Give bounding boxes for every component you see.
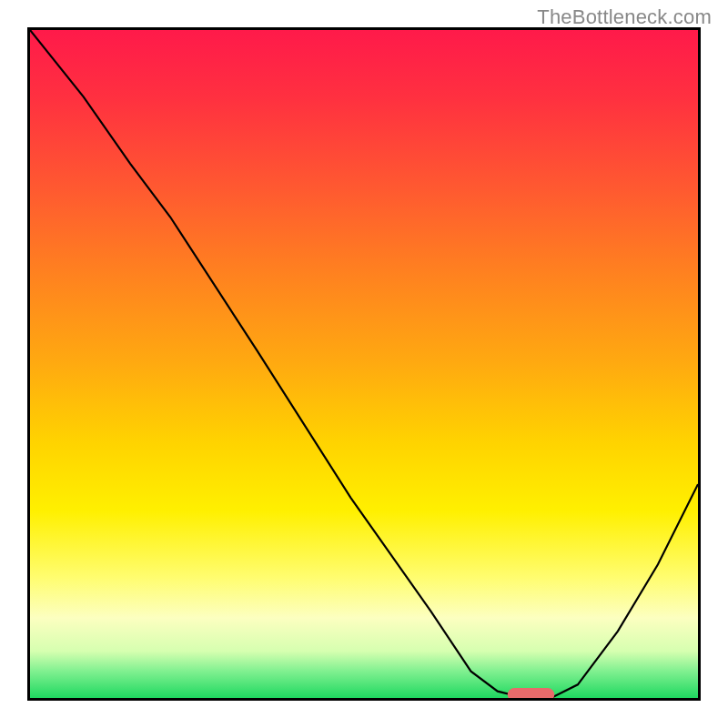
watermark-text: TheBottleneck.com: [537, 5, 712, 29]
chart-svg: [30, 30, 698, 698]
optimal-marker: [508, 688, 554, 698]
plot-area: [27, 27, 701, 701]
chart-container: TheBottleneck.com: [0, 0, 728, 728]
bottleneck-curve: [30, 30, 698, 698]
